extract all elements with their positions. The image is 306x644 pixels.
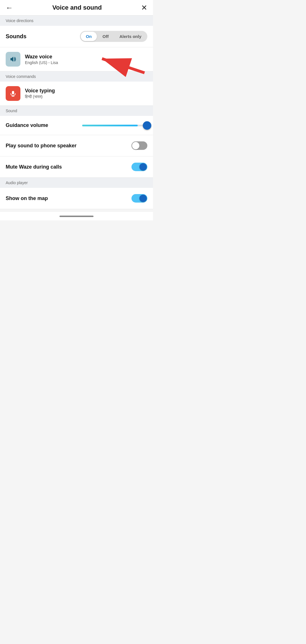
waze-voice-item[interactable]: Waze voice English (US) - Lisa [0, 47, 153, 71]
sounds-option-off[interactable]: Off [97, 32, 114, 41]
voice-typing-item[interactable]: Voice typing हिन्दी (भारत) [0, 82, 153, 106]
slider-track[interactable] [82, 125, 147, 126]
sounds-label: Sounds [6, 33, 26, 40]
guidance-volume-slider-container[interactable] [82, 125, 147, 126]
slider-fill [82, 125, 138, 126]
sounds-row: Sounds On Off Alerts only [0, 26, 153, 47]
play-sound-row: Play sound to phone speaker [0, 135, 153, 156]
mute-waze-toggle-knob [139, 163, 147, 171]
mute-waze-label: Mute Waze during calls [6, 164, 62, 170]
voice-typing-subtitle: हिन्दी (भारत) [25, 94, 55, 99]
bottom-bar [0, 212, 153, 220]
waze-voice-title: Waze voice [25, 54, 58, 60]
show-on-map-toggle-knob [139, 195, 147, 202]
header: ← Voice and sound ✕ [0, 0, 153, 16]
voice-typing-icon-bg [6, 86, 20, 101]
section-voice-commands: Voice commands [0, 71, 153, 82]
guidance-volume-label: Guidance volume [6, 122, 48, 129]
svg-rect-5 [12, 91, 14, 94]
waze-voice-subtitle: English (US) - Lisa [25, 60, 58, 65]
speaker-icon [9, 55, 17, 63]
mute-waze-toggle[interactable] [131, 163, 147, 171]
slider-thumb[interactable] [143, 121, 151, 130]
show-on-map-label: Show on the map [6, 195, 48, 201]
page-title: Voice and sound [52, 4, 102, 11]
back-button[interactable]: ← [6, 4, 13, 11]
waze-voice-text: Waze voice English (US) - Lisa [25, 54, 58, 65]
voice-typing-title: Voice typing [25, 88, 55, 94]
play-sound-toggle-knob [132, 142, 139, 149]
bottom-pill [60, 216, 94, 217]
section-voice-directions: Voice directions [0, 16, 153, 26]
mute-waze-row: Mute Waze during calls [0, 156, 153, 178]
microphone-icon [9, 90, 17, 97]
waze-voice-icon-bg [6, 52, 20, 67]
section-sound: Sound [0, 106, 153, 116]
sounds-option-on[interactable]: On [81, 32, 97, 41]
section-audio-player: Audio player [0, 178, 153, 188]
play-sound-label: Play sound to phone speaker [6, 143, 76, 149]
show-on-map-row: Show on the map [0, 188, 153, 209]
guidance-volume-row: Guidance volume [0, 116, 153, 135]
play-sound-toggle[interactable] [131, 141, 147, 150]
show-on-map-toggle[interactable] [131, 194, 147, 203]
voice-typing-text: Voice typing हिन्दी (भारत) [25, 88, 55, 99]
svg-line-3 [102, 59, 144, 73]
sounds-option-alerts-only[interactable]: Alerts only [114, 32, 146, 41]
close-button[interactable]: ✕ [141, 4, 147, 11]
sounds-segmented-control[interactable]: On Off Alerts only [80, 31, 147, 42]
